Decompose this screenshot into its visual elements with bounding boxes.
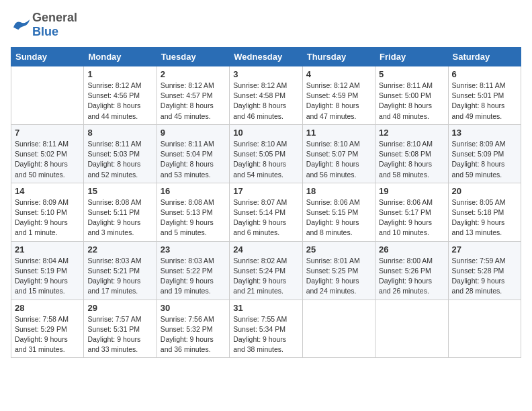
day-number: 29 (87, 303, 152, 313)
day-info: Sunrise: 8:09 AMSunset: 5:10 PMDaylight:… (15, 197, 80, 238)
day-number: 27 (452, 244, 517, 255)
day-header-sunday: Sunday (11, 48, 84, 66)
day-header-monday: Monday (84, 48, 157, 66)
day-info: Sunrise: 7:56 AMSunset: 5:32 PMDaylight:… (161, 314, 226, 355)
day-info: Sunrise: 8:04 AMSunset: 5:19 PMDaylight:… (15, 256, 80, 297)
day-number: 25 (306, 244, 371, 255)
logo-icon (11, 17, 31, 32)
calendar-week-5: 28 Sunrise: 7:58 AMSunset: 5:29 PMDaylig… (11, 300, 521, 358)
calendar-cell: 13 Sunrise: 8:09 AMSunset: 5:09 PMDaylig… (448, 124, 521, 183)
calendar-week-1: 1 Sunrise: 8:12 AMSunset: 4:56 PMDayligh… (11, 66, 521, 125)
day-number: 16 (161, 186, 226, 196)
calendar-cell: 9 Sunrise: 8:11 AMSunset: 5:04 PMDayligh… (157, 124, 229, 183)
calendar-cell: 5 Sunrise: 8:11 AMSunset: 5:00 PMDayligh… (375, 66, 448, 125)
calendar-cell: 19 Sunrise: 8:06 AMSunset: 5:17 PMDaylig… (375, 183, 448, 241)
day-info: Sunrise: 8:10 AMSunset: 5:05 PMDaylight:… (233, 139, 298, 180)
calendar-cell: 15 Sunrise: 8:08 AMSunset: 5:11 PMDaylig… (84, 183, 157, 241)
logo-text: General Blue (32, 11, 77, 39)
day-info: Sunrise: 8:10 AMSunset: 5:07 PMDaylight:… (306, 139, 371, 180)
calendar-cell: 27 Sunrise: 7:59 AMSunset: 5:28 PMDaylig… (448, 241, 521, 300)
day-info: Sunrise: 8:09 AMSunset: 5:09 PMDaylight:… (452, 139, 517, 180)
day-header-wednesday: Wednesday (230, 48, 302, 66)
day-number: 18 (306, 186, 371, 196)
day-header-thursday: Thursday (302, 48, 375, 66)
day-info: Sunrise: 8:00 AMSunset: 5:26 PMDaylight:… (379, 256, 444, 297)
day-number: 5 (379, 69, 444, 79)
day-number: 15 (87, 186, 152, 196)
calendar-cell: 3 Sunrise: 8:12 AMSunset: 4:58 PMDayligh… (230, 66, 302, 125)
calendar-cell (302, 300, 375, 358)
day-number: 11 (306, 128, 371, 138)
logo: General Blue (11, 11, 77, 39)
calendar-cell: 23 Sunrise: 8:03 AMSunset: 5:22 PMDaylig… (157, 241, 229, 300)
day-info: Sunrise: 8:08 AMSunset: 5:11 PMDaylight:… (87, 197, 152, 238)
day-number: 26 (379, 244, 444, 255)
day-info: Sunrise: 8:11 AMSunset: 5:04 PMDaylight:… (161, 139, 226, 180)
calendar-cell: 14 Sunrise: 8:09 AMSunset: 5:10 PMDaylig… (11, 183, 84, 241)
day-number: 20 (452, 186, 517, 196)
day-info: Sunrise: 8:06 AMSunset: 5:17 PMDaylight:… (379, 197, 444, 238)
calendar-cell: 8 Sunrise: 8:11 AMSunset: 5:03 PMDayligh… (84, 124, 157, 183)
day-info: Sunrise: 8:07 AMSunset: 5:14 PMDaylight:… (233, 197, 298, 238)
day-info: Sunrise: 7:58 AMSunset: 5:29 PMDaylight:… (15, 314, 80, 355)
day-info: Sunrise: 8:12 AMSunset: 4:58 PMDaylight:… (233, 81, 298, 122)
calendar-week-4: 21 Sunrise: 8:04 AMSunset: 5:19 PMDaylig… (11, 241, 521, 300)
day-number: 21 (15, 244, 80, 255)
day-number: 24 (233, 244, 298, 255)
day-info: Sunrise: 8:06 AMSunset: 5:15 PMDaylight:… (306, 197, 371, 238)
day-number: 28 (15, 303, 80, 313)
calendar-cell: 18 Sunrise: 8:06 AMSunset: 5:15 PMDaylig… (302, 183, 375, 241)
day-info: Sunrise: 8:11 AMSunset: 5:02 PMDaylight:… (15, 139, 80, 180)
day-header-saturday: Saturday (448, 48, 521, 66)
calendar-cell: 11 Sunrise: 8:10 AMSunset: 5:07 PMDaylig… (302, 124, 375, 183)
page-header: General Blue (11, 11, 521, 39)
calendar-cell: 30 Sunrise: 7:56 AMSunset: 5:32 PMDaylig… (157, 300, 229, 358)
calendar-cell: 26 Sunrise: 8:00 AMSunset: 5:26 PMDaylig… (375, 241, 448, 300)
calendar-cell: 2 Sunrise: 8:12 AMSunset: 4:57 PMDayligh… (157, 66, 229, 125)
calendar-cell: 29 Sunrise: 7:57 AMSunset: 5:31 PMDaylig… (84, 300, 157, 358)
calendar-cell: 7 Sunrise: 8:11 AMSunset: 5:02 PMDayligh… (11, 124, 84, 183)
day-info: Sunrise: 8:12 AMSunset: 4:59 PMDaylight:… (306, 81, 371, 122)
calendar-week-3: 14 Sunrise: 8:09 AMSunset: 5:10 PMDaylig… (11, 183, 521, 241)
day-number: 1 (87, 69, 152, 79)
calendar-cell: 6 Sunrise: 8:11 AMSunset: 5:01 PMDayligh… (448, 66, 521, 125)
day-number: 13 (452, 128, 517, 138)
calendar-header: SundayMondayTuesdayWednesdayThursdayFrid… (11, 48, 521, 66)
day-info: Sunrise: 8:12 AMSunset: 4:57 PMDaylight:… (161, 81, 226, 122)
day-number: 9 (161, 128, 226, 138)
day-info: Sunrise: 8:01 AMSunset: 5:25 PMDaylight:… (306, 256, 371, 297)
day-info: Sunrise: 8:12 AMSunset: 4:56 PMDaylight:… (87, 81, 152, 122)
day-number: 7 (15, 128, 80, 138)
calendar-cell: 20 Sunrise: 8:05 AMSunset: 5:18 PMDaylig… (448, 183, 521, 241)
day-number: 14 (15, 186, 80, 196)
day-info: Sunrise: 8:03 AMSunset: 5:21 PMDaylight:… (87, 256, 152, 297)
calendar-cell: 17 Sunrise: 8:07 AMSunset: 5:14 PMDaylig… (230, 183, 302, 241)
calendar-cell (448, 300, 521, 358)
calendar-cell: 24 Sunrise: 8:02 AMSunset: 5:24 PMDaylig… (230, 241, 302, 300)
day-number: 3 (233, 69, 298, 79)
day-header-tuesday: Tuesday (157, 48, 229, 66)
calendar-cell: 25 Sunrise: 8:01 AMSunset: 5:25 PMDaylig… (302, 241, 375, 300)
day-number: 30 (161, 303, 226, 313)
day-number: 6 (452, 69, 517, 79)
day-number: 19 (379, 186, 444, 196)
calendar-week-2: 7 Sunrise: 8:11 AMSunset: 5:02 PMDayligh… (11, 124, 521, 183)
day-info: Sunrise: 7:57 AMSunset: 5:31 PMDaylight:… (87, 314, 152, 355)
calendar-cell: 12 Sunrise: 8:10 AMSunset: 5:08 PMDaylig… (375, 124, 448, 183)
calendar-cell: 10 Sunrise: 8:10 AMSunset: 5:05 PMDaylig… (230, 124, 302, 183)
day-info: Sunrise: 8:10 AMSunset: 5:08 PMDaylight:… (379, 139, 444, 180)
calendar-cell: 28 Sunrise: 7:58 AMSunset: 5:29 PMDaylig… (11, 300, 84, 358)
day-info: Sunrise: 8:11 AMSunset: 5:01 PMDaylight:… (452, 81, 517, 122)
day-number: 4 (306, 69, 371, 79)
day-number: 2 (161, 69, 226, 79)
day-number: 22 (87, 244, 152, 255)
calendar-cell: 31 Sunrise: 7:55 AMSunset: 5:34 PMDaylig… (230, 300, 302, 358)
day-info: Sunrise: 8:05 AMSunset: 5:18 PMDaylight:… (452, 197, 517, 238)
day-number: 23 (161, 244, 226, 255)
day-number: 8 (87, 128, 152, 138)
calendar-table: SundayMondayTuesdayWednesdayThursdayFrid… (11, 47, 521, 358)
day-number: 12 (379, 128, 444, 138)
day-header-friday: Friday (375, 48, 448, 66)
calendar-cell (11, 66, 84, 125)
day-info: Sunrise: 7:59 AMSunset: 5:28 PMDaylight:… (452, 256, 517, 297)
